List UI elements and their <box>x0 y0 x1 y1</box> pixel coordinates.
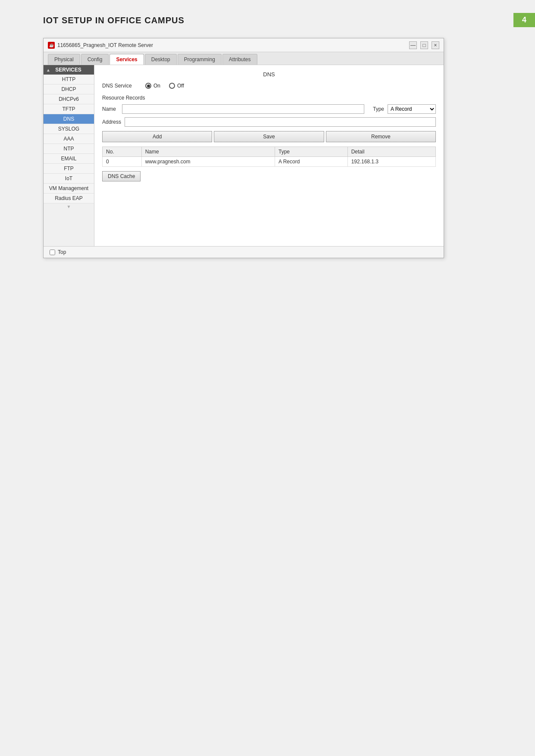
dns-off-option[interactable]: Off <box>169 83 184 89</box>
name-label: Name <box>102 106 119 112</box>
dns-off-radio[interactable] <box>169 83 175 89</box>
tab-services[interactable]: Services <box>110 54 144 65</box>
cell-detail: 192.168.1.3 <box>347 157 435 167</box>
page-badge: 4 <box>513 13 535 27</box>
maximize-button[interactable]: □ <box>420 41 428 49</box>
sidebar-item-dhcpv6[interactable]: DHCPv6 <box>44 94 94 104</box>
tab-physical[interactable]: Physical <box>48 54 80 65</box>
type-select[interactable]: A RecordAAAA RecordCNAME Record <box>388 104 436 114</box>
tab-programming[interactable]: Programming <box>178 54 222 65</box>
dns-on-option[interactable]: On <box>145 83 160 89</box>
dns-on-radio[interactable] <box>145 83 151 89</box>
sidebar-item-aaa[interactable]: AAA <box>44 134 94 144</box>
name-row: Name Type A RecordAAAA RecordCNAME Recor… <box>102 104 436 114</box>
close-button[interactable]: × <box>432 41 439 49</box>
minimize-button[interactable]: — <box>409 41 417 49</box>
table-row[interactable]: 0www.pragnesh.comA Record192.168.1.3 <box>103 157 436 167</box>
col-name: Name <box>141 147 275 157</box>
sidebar-item-email[interactable]: EMAIL <box>44 154 94 164</box>
address-input[interactable] <box>125 117 436 127</box>
sidebar-title: SERVICES <box>55 67 81 73</box>
save-button[interactable]: Save <box>214 131 324 142</box>
tab-desktop[interactable]: Desktop <box>145 54 177 65</box>
dns-on-label: On <box>153 83 160 89</box>
resource-records-label: Resource Records <box>102 95 436 101</box>
title-bar: ☕ 11656865_Pragnesh_IOT Remote Server — … <box>44 38 444 52</box>
sidebar-item-ntp[interactable]: NTP <box>44 144 94 154</box>
dns-cache-button[interactable]: DNS Cache <box>102 171 141 181</box>
window: ☕ 11656865_Pragnesh_IOT Remote Server — … <box>43 38 444 258</box>
dns-radio-group: On Off <box>145 83 184 89</box>
sidebar-scroll-down[interactable]: ▼ <box>44 203 94 210</box>
add-button[interactable]: Add <box>102 131 212 142</box>
name-input[interactable] <box>122 104 364 114</box>
dns-service-label: DNS Service <box>102 83 137 89</box>
col-no: No. <box>103 147 142 157</box>
records-table: No.NameTypeDetail 0www.pragnesh.comA Rec… <box>102 147 436 167</box>
window-icon: ☕ <box>48 42 55 49</box>
action-buttons: Add Save Remove <box>102 131 436 142</box>
tab-bar: PhysicalConfigServicesDesktopProgramming… <box>44 52 444 65</box>
page-title: IOT SETUP IN OFFICE CAMPUS <box>43 16 185 25</box>
sidebar-item-syslog[interactable]: SYSLOG <box>44 124 94 134</box>
top-label: Top <box>58 249 66 255</box>
address-row: Address <box>102 117 436 127</box>
sidebar-item-dns[interactable]: DNS <box>44 114 94 124</box>
sidebar-item-tftp[interactable]: TFTP <box>44 104 94 114</box>
title-bar-controls: — □ × <box>409 41 439 49</box>
sidebar-item-dhcp[interactable]: DHCP <box>44 84 94 94</box>
dns-off-label: Off <box>177 83 184 89</box>
cell-no: 0 <box>103 157 142 167</box>
address-label: Address <box>102 119 121 125</box>
sidebar-scroll-up[interactable]: ▲ <box>46 68 50 72</box>
sidebar-header: ▲ SERVICES <box>44 65 94 75</box>
sidebar: ▲ SERVICES HTTPDHCPDHCPv6TFTPDNSSYSLOGAA… <box>44 65 94 246</box>
cell-type: A Record <box>275 157 348 167</box>
sidebar-item-http[interactable]: HTTP <box>44 75 94 84</box>
type-label: Type <box>373 106 384 112</box>
sidebar-item-iot[interactable]: IoT <box>44 174 94 184</box>
main-content: DNS DNS Service On Off Resource Records <box>94 65 444 246</box>
tab-config[interactable]: Config <box>81 54 109 65</box>
sidebar-item-vm-management[interactable]: VM Management <box>44 184 94 194</box>
dns-section-title: DNS <box>102 71 436 78</box>
title-bar-left: ☕ 11656865_Pragnesh_IOT Remote Server <box>48 42 153 49</box>
sidebar-item-ftp[interactable]: FTP <box>44 164 94 174</box>
col-type: Type <box>275 147 348 157</box>
cell-name: www.pragnesh.com <box>141 157 275 167</box>
remove-button[interactable]: Remove <box>326 131 436 142</box>
window-body: ▲ SERVICES HTTPDHCPDHCPv6TFTPDNSSYSLOGAA… <box>44 65 444 246</box>
top-checkbox[interactable] <box>50 250 55 255</box>
tab-attributes[interactable]: Attributes <box>222 54 257 65</box>
sidebar-item-radius-eap[interactable]: Radius EAP <box>44 194 94 203</box>
window-title: 11656865_Pragnesh_IOT Remote Server <box>57 42 153 48</box>
col-detail: Detail <box>347 147 435 157</box>
dns-service-row: DNS Service On Off <box>102 83 436 89</box>
window-footer: Top <box>44 246 444 258</box>
